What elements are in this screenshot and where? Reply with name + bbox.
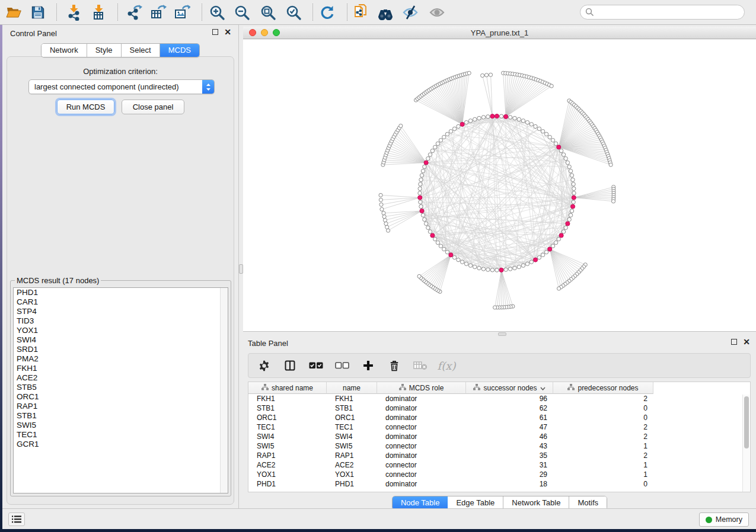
table-row[interactable]: ORC1ORC1dominator610 xyxy=(248,413,750,422)
tab-select[interactable]: Select xyxy=(122,44,160,57)
graph-node[interactable] xyxy=(380,207,384,211)
table-cell[interactable]: PHD1 xyxy=(327,480,377,488)
graph-node[interactable] xyxy=(442,135,446,139)
network-canvas[interactable] xyxy=(243,40,756,332)
graph-node[interactable] xyxy=(486,115,490,118)
graph-node[interactable] xyxy=(508,267,512,271)
graph-node[interactable] xyxy=(384,222,388,225)
table-cell[interactable]: 61 xyxy=(466,414,553,422)
graph-node[interactable] xyxy=(419,204,423,208)
table-cell[interactable]: PHD1 xyxy=(248,480,327,488)
graph-node[interactable] xyxy=(537,255,541,259)
table-cell[interactable]: 43 xyxy=(466,442,553,450)
graph-hub-node[interactable] xyxy=(557,145,561,149)
graph-node[interactable] xyxy=(537,127,541,130)
graph-node[interactable] xyxy=(428,230,432,233)
graph-node[interactable] xyxy=(567,165,571,168)
memory-button[interactable]: Memory xyxy=(699,512,749,527)
graph-node[interactable] xyxy=(477,266,481,270)
graph-node[interactable] xyxy=(611,200,615,203)
list-item[interactable]: GCR1 xyxy=(14,440,228,449)
graph-node[interactable] xyxy=(439,244,442,248)
graph-node[interactable] xyxy=(468,119,472,123)
table-cell[interactable]: dominator xyxy=(377,451,466,460)
table-cell[interactable]: FKH1 xyxy=(327,395,377,403)
table-cell[interactable]: connector xyxy=(377,423,466,431)
graph-node[interactable] xyxy=(541,253,544,257)
graph-node[interactable] xyxy=(544,250,548,254)
tab-node-table[interactable]: Node Table xyxy=(393,496,448,509)
graph-node[interactable] xyxy=(468,264,472,267)
table-cell[interactable]: 1 xyxy=(553,461,653,469)
table-cell[interactable]: 2 xyxy=(553,451,653,460)
show-all-icon[interactable] xyxy=(427,3,447,22)
list-item[interactable]: SWI5 xyxy=(14,421,228,430)
splitter-handle[interactable] xyxy=(239,264,243,274)
graph-node[interactable] xyxy=(551,244,554,248)
tab-motifs[interactable]: Motifs xyxy=(569,496,607,509)
graph-node[interactable] xyxy=(426,156,430,160)
graph-node[interactable] xyxy=(481,116,485,119)
graph-node[interactable] xyxy=(554,142,557,145)
graph-node[interactable] xyxy=(460,260,464,264)
tab-mcds[interactable]: MCDS xyxy=(160,44,199,57)
graph-node[interactable] xyxy=(433,145,437,149)
graph-node[interactable] xyxy=(569,213,572,217)
graph-node[interactable] xyxy=(385,225,389,229)
table-cell[interactable]: 96 xyxy=(466,395,553,403)
tab-edge-table[interactable]: Edge Table xyxy=(448,496,503,509)
node-table[interactable]: shared namenameMCDS rolesuccessor nodesp… xyxy=(248,382,751,492)
graph-node[interactable] xyxy=(567,217,571,221)
graph-node[interactable] xyxy=(449,130,452,133)
graph-node[interactable] xyxy=(433,237,437,241)
graph-node[interactable] xyxy=(436,142,439,145)
table-cell[interactable]: 0 xyxy=(553,480,653,488)
import-network-icon[interactable] xyxy=(63,3,84,22)
graph-node[interactable] xyxy=(557,287,560,290)
graph-node[interactable] xyxy=(572,187,576,190)
column-header-mcds-role[interactable]: MCDS role xyxy=(377,382,466,394)
column-header-shared-name[interactable]: shared name xyxy=(248,382,327,394)
graph-node[interactable] xyxy=(379,198,382,201)
graph-node[interactable] xyxy=(550,84,553,88)
table-cell[interactable]: dominator xyxy=(377,395,466,403)
graph-node[interactable] xyxy=(379,193,382,197)
graph-node[interactable] xyxy=(418,191,422,195)
graph-node[interactable] xyxy=(517,265,521,268)
table-cell[interactable]: 46 xyxy=(466,432,553,441)
graph-node[interactable] xyxy=(439,139,442,142)
add-column-icon[interactable] xyxy=(361,358,375,373)
column-header-name[interactable]: name xyxy=(327,382,377,394)
table-cell[interactable]: connector xyxy=(377,470,466,479)
table-cell[interactable]: ACE2 xyxy=(248,461,327,469)
graph-node[interactable] xyxy=(445,132,449,136)
table-cell[interactable]: 0 xyxy=(553,404,653,412)
graph-node[interactable] xyxy=(559,149,563,152)
graph-node[interactable] xyxy=(421,213,425,217)
table-row[interactable]: PHD1PHD1dominator180 xyxy=(248,479,750,489)
table-cell[interactable]: SWI4 xyxy=(327,432,377,441)
graph-node[interactable] xyxy=(464,120,468,124)
graph-node[interactable] xyxy=(517,117,521,121)
graph-node[interactable] xyxy=(420,174,423,177)
table-row[interactable]: ACE2ACE2connector311 xyxy=(248,460,750,470)
table-row[interactable]: STB1STB1dominator620 xyxy=(248,403,750,413)
graph-node[interactable] xyxy=(486,268,490,271)
graph-node[interactable] xyxy=(382,211,385,215)
list-item[interactable]: STP4 xyxy=(14,307,228,316)
result-list-scrollbar[interactable] xyxy=(220,288,228,493)
table-cell[interactable]: 29 xyxy=(466,470,553,479)
graph-node[interactable] xyxy=(513,116,516,120)
graph-node[interactable] xyxy=(423,217,426,221)
graph-hub-node[interactable] xyxy=(418,196,422,200)
graph-node[interactable] xyxy=(525,120,529,124)
table-row[interactable]: RAP1RAP1dominator352 xyxy=(248,451,750,460)
zoom-out-icon[interactable] xyxy=(232,3,252,22)
table-cell[interactable]: 62 xyxy=(466,404,553,412)
select-all-icon[interactable] xyxy=(309,358,323,373)
table-cell[interactable]: 35 xyxy=(466,451,553,460)
column-header-predecessor-nodes[interactable]: predecessor nodes xyxy=(553,382,653,394)
graph-hub-node[interactable] xyxy=(559,233,563,238)
graph-node[interactable] xyxy=(489,73,492,76)
table-cell[interactable]: 18 xyxy=(466,480,553,488)
